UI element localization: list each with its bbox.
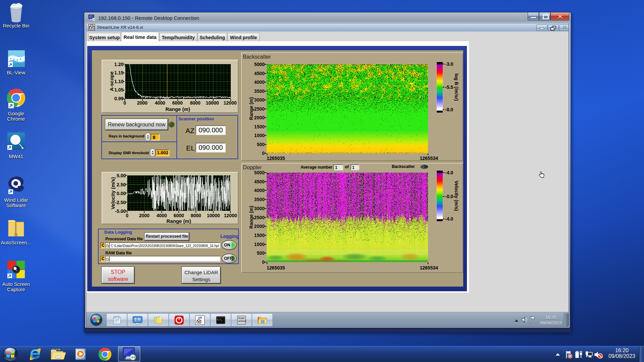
svg-text:XR: XR: [198, 316, 202, 319]
svg-text:sched: sched: [238, 319, 246, 323]
svg-text:C:\_: C:\_: [217, 318, 223, 321]
